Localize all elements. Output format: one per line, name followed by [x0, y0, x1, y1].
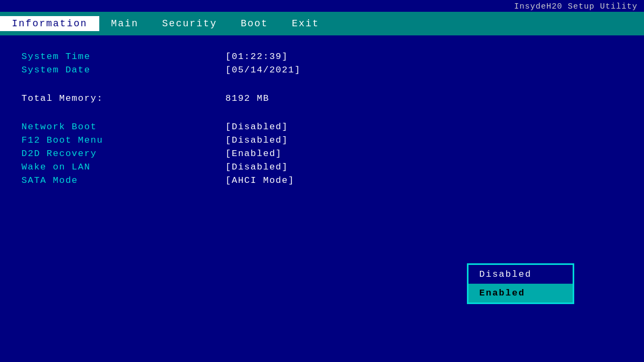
info-row: SATA Mode[AHCI Mode] — [21, 175, 623, 186]
info-row: Wake on LAN[Disabled] — [21, 162, 623, 172]
menu-item-information[interactable]: Information — [0, 16, 99, 31]
utility-title: InsydeH20 Setup Utility — [514, 2, 638, 11]
field-label: Total Memory: — [21, 93, 225, 104]
field-value: [Disabled] — [225, 162, 288, 172]
field-value: [AHCI Mode] — [225, 175, 295, 186]
spacer — [21, 78, 623, 93]
menu-item-exit[interactable]: Exit — [280, 16, 331, 31]
field-value: [Disabled] — [225, 135, 288, 145]
field-value: [Enabled] — [225, 149, 282, 159]
field-label: F12 Boot Menu — [21, 135, 225, 145]
dropdown-popup[interactable]: DisabledEnabled — [467, 263, 574, 304]
field-value: 8192 MB — [225, 93, 269, 104]
field-value: [Disabled] — [225, 122, 288, 132]
field-label: System Date — [21, 65, 225, 75]
menu-item-main[interactable]: Main — [99, 16, 150, 31]
bios-screen: InsydeH20 Setup Utility InformationMainS… — [0, 0, 644, 362]
field-value: [01:22:39] — [225, 51, 288, 62]
spacer — [21, 107, 623, 122]
field-label: D2D Recovery — [21, 149, 225, 159]
info-row: D2D Recovery[Enabled] — [21, 149, 623, 159]
field-value: [05/14/2021] — [225, 65, 301, 75]
info-row: System Date[05/14/2021] — [21, 65, 623, 75]
field-label: Wake on LAN — [21, 162, 225, 172]
dropdown-option-disabled[interactable]: Disabled — [469, 265, 573, 284]
field-label: System Time — [21, 51, 225, 62]
info-row: F12 Boot Menu[Disabled] — [21, 135, 623, 145]
menu-bar: InformationMainSecurityBootExit — [0, 12, 644, 35]
main-content: System Time[01:22:39]System Date[05/14/2… — [0, 35, 644, 205]
info-row: Total Memory:8192 MB — [21, 93, 623, 104]
field-label: SATA Mode — [21, 175, 225, 186]
info-row: System Time[01:22:39] — [21, 51, 623, 62]
field-label: Network Boot — [21, 122, 225, 132]
info-row: Network Boot[Disabled] — [21, 122, 623, 132]
menu-item-boot[interactable]: Boot — [229, 16, 280, 31]
dropdown-option-enabled[interactable]: Enabled — [469, 284, 573, 302]
menu-item-security[interactable]: Security — [150, 16, 229, 31]
